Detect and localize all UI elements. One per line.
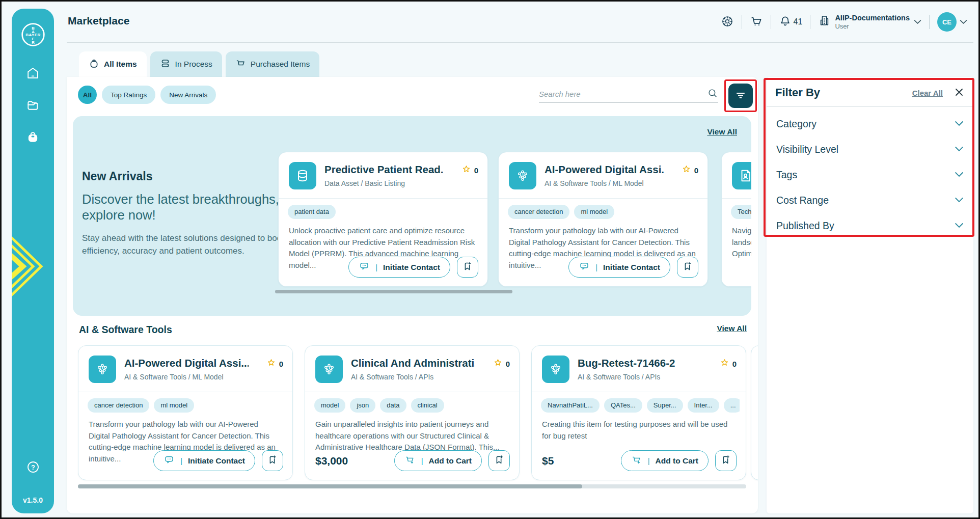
sidebar-item-home[interactable]: [23, 64, 43, 84]
rating-value: 0: [506, 360, 510, 368]
marketplace-card[interactable]: Clinical And Administrati... AI & Softwa…: [305, 345, 520, 480]
initiate-contact-button[interactable]: | Initiate Contact: [153, 450, 255, 471]
marketplace-card[interactable]: Bug-Retest-71466-2 AI & Software Tools /…: [531, 345, 746, 480]
bookmark-button[interactable]: [677, 257, 698, 278]
bookmark-plus-icon: [267, 454, 278, 467]
marketplace-card[interactable]: AI-Powered Digital Assi... AI & Software…: [498, 152, 708, 287]
card-footer: $3,000 | Add to Cart: [315, 450, 510, 471]
marketplace-card[interactable]: Predictive Patient Read... Data Asset / …: [278, 152, 488, 287]
add-to-cart-button[interactable]: | Add to Cart: [621, 450, 709, 471]
cart-button[interactable]: [750, 15, 763, 30]
tab-purchased-items[interactable]: Purchased Items: [226, 51, 319, 77]
card-title: Clinical And Administrati...: [351, 357, 475, 369]
star-icon: [720, 358, 729, 369]
tab-in-process[interactable]: In Process: [150, 51, 222, 77]
tag-chip: model: [314, 398, 345, 413]
home-icon: [26, 66, 40, 81]
tag-list: patient data: [288, 205, 481, 219]
help-glyph: ?: [31, 463, 35, 471]
bookmark-button[interactable]: [715, 450, 737, 471]
search-input[interactable]: [539, 90, 707, 98]
hero-tagline: Discover the latest breakthroughs, explo…: [82, 192, 290, 223]
filter-section-cost-range[interactable]: Cost Range: [768, 187, 972, 213]
topbar-actions: 41 AIIP-Documentations User CE: [721, 10, 967, 34]
marketplace-card-partial[interactable]: Techr Naviga landsc Optimi: [721, 152, 751, 287]
clear-all-link[interactable]: Clear All: [912, 89, 943, 97]
bookmark-button[interactable]: [457, 257, 478, 278]
bookmark-plus-icon: [720, 454, 731, 467]
horizontal-scrollbar-track[interactable]: [78, 484, 746, 488]
card-footer: $5 | Add to Cart: [542, 450, 737, 471]
filter-sections: Category Visibility Level Tags Cost Rang…: [767, 107, 973, 242]
view-all-link[interactable]: View All: [717, 324, 747, 333]
filter-section-visibility-level[interactable]: Visibility Level: [768, 136, 972, 162]
main-content: All Top Ratings New Arrivals: [67, 77, 758, 513]
filter-section-label: Tags: [776, 169, 797, 181]
horizontal-scrollbar[interactable]: [78, 484, 582, 488]
filter-section-tags[interactable]: Tags: [768, 162, 972, 187]
card-rating: 0: [682, 165, 698, 176]
card-category: AI & Software Tools / ML Model: [124, 373, 224, 381]
card-rating: 0: [461, 165, 478, 176]
marketplace-card-partial[interactable]: [751, 345, 758, 480]
card-category: AI & Software Tools / APIs: [351, 373, 433, 381]
bag-icon: [89, 58, 99, 71]
add-to-cart-button[interactable]: | Add to Cart: [394, 450, 482, 471]
tag-chip: clinical: [411, 398, 444, 413]
bookmark-button[interactable]: [488, 450, 510, 471]
bookmark-plus-icon: [494, 454, 505, 467]
hero-heading: New Arrivals: [82, 170, 290, 183]
card-rating: 0: [720, 358, 737, 369]
page-title: Marketplace: [68, 15, 129, 27]
divider: [532, 392, 746, 392]
search-bar: [539, 86, 718, 102]
sidebar-bottom: ? v1.5.0: [12, 457, 54, 504]
folder-icon: [26, 98, 40, 114]
initiate-contact-button[interactable]: | Initiate Contact: [348, 257, 450, 278]
chat-icon: [164, 454, 175, 467]
divider: [499, 198, 707, 199]
help-button[interactable]: ?: [23, 457, 43, 478]
sidebar-item-marketplace[interactable]: [23, 128, 43, 148]
view-all-link[interactable]: View All: [707, 127, 737, 136]
sidebar-item-projects[interactable]: [23, 96, 43, 116]
chip-new-arrivals[interactable]: New Arrivals: [160, 86, 216, 104]
filter-section-published-by[interactable]: Published By: [768, 213, 972, 238]
tab-all-items[interactable]: All Items: [79, 51, 147, 77]
marketplace-card[interactable]: AI-Powered Digital Assi... AI & Software…: [78, 345, 293, 480]
document-icon: [732, 162, 751, 189]
horizontal-scrollbar[interactable]: [275, 290, 512, 293]
section-title: AI & Software Tools: [79, 324, 172, 336]
cart-plus-icon: [404, 454, 416, 467]
search-icon[interactable]: [707, 88, 718, 101]
bayer-logo[interactable]: B A BAYER E R: [20, 22, 46, 49]
settings-button[interactable]: [721, 15, 734, 30]
notifications-button[interactable]: 41: [779, 15, 803, 29]
filter-toggle-button[interactable]: [728, 84, 753, 108]
tag-chip: Techr: [731, 205, 751, 219]
close-button[interactable]: [954, 87, 964, 99]
chip-top-ratings[interactable]: Top Ratings: [102, 86, 155, 104]
initiate-contact-button[interactable]: | Initiate Contact: [568, 257, 670, 278]
tab-label: Purchased Items: [251, 60, 310, 69]
chevron-down-icon: [914, 17, 921, 26]
quick-filter-chips: All Top Ratings New Arrivals: [78, 86, 216, 104]
account-menu[interactable]: AIIP-Documentations User: [818, 14, 921, 30]
tag-chip: ...: [724, 398, 740, 413]
filter-section-label: Visibility Level: [776, 144, 838, 155]
bookmark-plus-icon: [462, 261, 473, 274]
bell-icon: [779, 15, 792, 29]
database-icon: [289, 162, 316, 189]
list-icon: [160, 58, 171, 71]
button-label: Initiate Contact: [383, 263, 440, 272]
brain-icon: [509, 162, 536, 189]
organization-icon: [818, 14, 831, 29]
profile-menu[interactable]: CE: [937, 12, 967, 32]
cart-icon: [235, 58, 246, 71]
chevron-decoration: [12, 227, 54, 310]
tag-chip: cancer detection: [88, 398, 149, 413]
account-name: AIIP-Documentations: [835, 14, 910, 22]
filter-section-category[interactable]: Category: [768, 111, 972, 136]
bookmark-button[interactable]: [262, 450, 283, 471]
chip-all[interactable]: All: [78, 86, 97, 104]
